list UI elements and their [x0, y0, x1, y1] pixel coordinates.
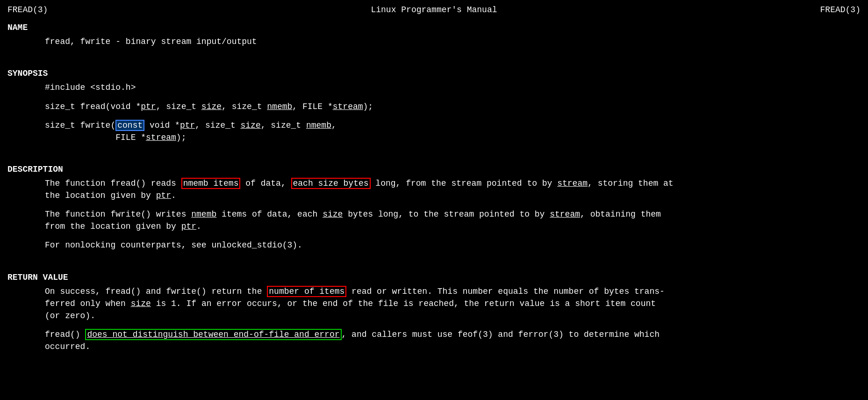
fread-size: size — [201, 102, 222, 111]
fwrite-ptr: ptr — [180, 121, 195, 130]
desc-pre1: The function fread() reads — [45, 179, 181, 188]
desc-stream2: stream — [550, 210, 580, 219]
include-text: #include <stdio.h> — [45, 83, 136, 92]
description-para3: For nonlocking counterparts, see unlocke… — [7, 239, 861, 251]
name-content: fread, fwrite - binary stream input/outp… — [7, 36, 861, 48]
description-para1: The function fread() reads nmemb items o… — [7, 177, 861, 202]
fread-ptr: ptr — [141, 102, 156, 111]
return-pre1: On success, fread() and fwrite() return … — [45, 287, 267, 296]
synopsis-fread: size_t fread(void *ptr, size_t size, siz… — [7, 101, 861, 113]
number-of-items-highlight: number of items — [267, 286, 346, 297]
return-para1-line2: ferred only when size is 1. If an error … — [45, 298, 861, 310]
fwrite-stream: stream — [146, 133, 176, 142]
description-label: DESCRIPTION — [7, 163, 861, 175]
fwrite-size: size — [241, 121, 261, 130]
return-para1: On success, fread() and fwrite() return … — [7, 285, 861, 322]
desc-stream1: stream — [557, 179, 588, 188]
name-section: NAME fread, fwrite - binary stream input… — [7, 22, 861, 48]
desc-para3-text: For nonlocking counterparts, see unlocke… — [45, 240, 302, 250]
return-para2: fread() does not distinguish between end… — [7, 328, 861, 353]
fread-stream: stream — [333, 102, 363, 111]
desc-mid1: of data, — [240, 179, 291, 188]
return-post1: read or written. This number equals the … — [346, 287, 665, 296]
desc-post1: long, from the stream pointed to by stre… — [371, 179, 674, 188]
synopsis-label: SYNOPSIS — [7, 67, 861, 80]
fwrite-line1: size_t fwrite(const void *ptr, size_t si… — [45, 119, 861, 131]
synopsis-fwrite: size_t fwrite(const void *ptr, size_t si… — [7, 119, 861, 144]
synopsis-section: SYNOPSIS #include <stdio.h> size_t fread… — [7, 67, 861, 143]
does-not-distinguish-highlight: does not distinguish between end-of-file… — [85, 329, 341, 340]
return-para2-line2: occurred. — [45, 341, 861, 353]
desc-ptr2: ptr — [181, 222, 196, 231]
desc-nmemb2: nmemb — [191, 210, 216, 219]
return-fread-pre: fread() — [45, 330, 85, 339]
return-para1-line3: (or zero). — [45, 310, 861, 322]
desc-size2: size — [323, 210, 343, 219]
return-value-section: RETURN VALUE On success, fread() and fwr… — [7, 271, 861, 353]
header: FREAD(3) Linux Programmer's Manual FREAD… — [7, 4, 861, 16]
fwrite-line2: FILE *stream); — [45, 131, 861, 144]
fread-nmemb: nmemb — [267, 102, 292, 111]
return-fread-post: , and callers must use feof(3) and ferro… — [342, 330, 660, 339]
desc-para1-line1: The function fread() reads nmemb items o… — [45, 177, 861, 189]
return-para1-line1: On success, fread() and fwrite() return … — [45, 285, 861, 298]
header-center: Linux Programmer's Manual — [371, 4, 497, 16]
const-highlight: const — [115, 120, 144, 131]
header-left: FREAD(3) — [7, 4, 48, 16]
synopsis-include: #include <stdio.h> — [7, 81, 861, 94]
return-size1: size — [131, 299, 151, 308]
name-label: NAME — [7, 22, 861, 34]
desc-para1-line2: the location given by ptr. — [45, 189, 861, 202]
desc-para2-line2: from the location given by ptr. — [45, 220, 861, 233]
header-right: FREAD(3) — [820, 4, 861, 16]
description-para2: The function fwrite() writes nmemb items… — [7, 208, 861, 233]
each-size-bytes-highlight: each size bytes — [291, 178, 371, 189]
return-para2-line1: fread() does not distinguish between end… — [45, 328, 861, 341]
return-value-label: RETURN VALUE — [7, 271, 861, 284]
nmemb-items-highlight: nmemb items — [181, 178, 241, 189]
desc-ptr1: ptr — [156, 191, 171, 200]
fwrite-nmemb: nmemb — [306, 121, 331, 130]
description-section: DESCRIPTION The function fread() reads n… — [7, 163, 861, 252]
desc-para2-line1: The function fwrite() writes nmemb items… — [45, 208, 861, 220]
